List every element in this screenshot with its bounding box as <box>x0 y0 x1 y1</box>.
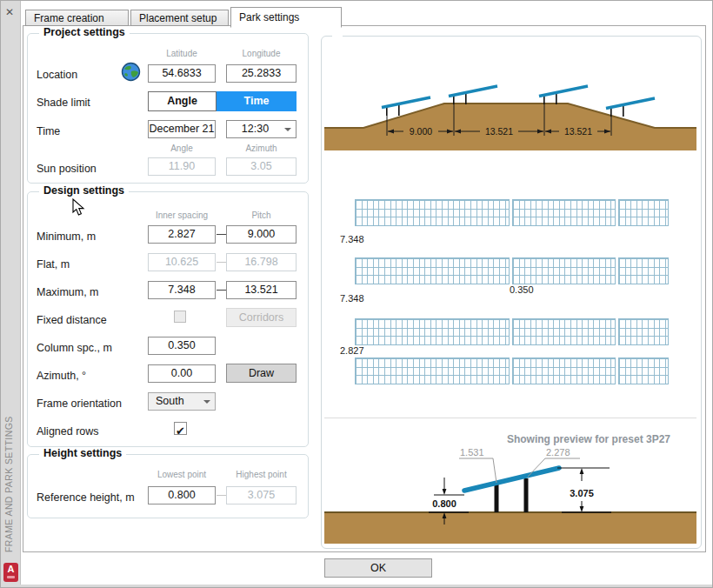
row-spacing-label: 7.348 <box>340 234 364 244</box>
aligned-rows-checkbox[interactable]: ✔ <box>174 422 187 435</box>
panel-grid-row <box>618 318 669 345</box>
terrain-dim-label: 9.000 <box>410 126 432 137</box>
azimuth-field[interactable]: 0.00 <box>148 364 216 383</box>
solar-panel-icon <box>449 86 497 104</box>
checkmark-icon: ✔ <box>176 424 185 438</box>
window-sidebar: ✕ FRAME AND PARK SETTINGS A <box>1 1 21 587</box>
field-connector <box>217 290 226 291</box>
project-settings-title: Project settings <box>39 26 130 38</box>
minimum-label: Minimum, m <box>37 231 96 243</box>
time-dropdown[interactable]: 12:30 <box>226 120 297 138</box>
aligned-rows-label: Aligned rows <box>37 425 99 438</box>
maximum-inner-field[interactable]: 7.348 <box>148 281 216 299</box>
chevron-down-icon <box>203 400 210 404</box>
column-spacing-label: Column spc., m <box>37 342 112 354</box>
highest-point-header: Highest point <box>226 470 297 479</box>
reference-height-label: Reference height, m <box>37 491 135 504</box>
app-logo: A <box>3 563 18 582</box>
shade-limit-time-button[interactable]: Time <box>217 91 297 111</box>
inner-spacing-header: Inner spacing <box>148 210 216 220</box>
close-icon[interactable]: ✕ <box>5 6 14 18</box>
sun-angle-header: Angle <box>148 144 216 153</box>
frame-side-view-diagram: 0.800 3.075 1.531 2.278 <box>323 427 698 545</box>
lowest-point-field[interactable]: 0.800 <box>148 486 216 504</box>
solar-panel-icon <box>539 86 588 104</box>
mouse-cursor <box>72 198 85 217</box>
panel-grid-row <box>355 318 510 345</box>
frame-orientation-dropdown[interactable]: South <box>148 392 216 411</box>
panel-grid-row <box>512 318 616 345</box>
column-spacing-field[interactable]: 0.350 <box>148 337 216 355</box>
panel-grid-row <box>512 357 616 384</box>
panel-grid-row <box>512 257 616 284</box>
frame-and-park-settings-window: ✕ FRAME AND PARK SETTINGS A Frame creati… <box>0 0 713 588</box>
ok-button[interactable]: OK <box>324 558 432 578</box>
time-label: Time <box>37 125 60 137</box>
tab-frame-creation[interactable]: Frame creation <box>25 10 129 26</box>
row-spacing-label: 7.348 <box>340 293 364 304</box>
field-connector <box>217 234 226 235</box>
panel-grid-row <box>618 199 669 226</box>
preview-divider <box>324 418 696 418</box>
panel-grid-row <box>618 357 669 384</box>
sun-azimuth-header: Azimuth <box>226 144 297 153</box>
solar-panel-icon <box>606 98 655 117</box>
fixed-distance-checkbox[interactable] <box>174 311 186 323</box>
sun-position-label: Sun position <box>37 163 97 175</box>
panel-grid-row <box>512 199 616 226</box>
shade-limit-label: Shade limit <box>37 97 90 109</box>
height-settings-group: Height settings Lowest point Highest poi… <box>27 454 309 518</box>
right-leg-label: 2.278 <box>546 447 570 458</box>
sun-azimuth-field: 3.05 <box>226 157 297 176</box>
app-logo-letter: A <box>3 563 18 576</box>
tab-placement-setup[interactable]: Placement setup <box>130 10 229 26</box>
sun-angle-field: 11.90 <box>148 157 216 176</box>
terrain-dim-label: 13.521 <box>485 126 513 137</box>
longitude-header: Longitude <box>226 49 297 58</box>
panel-grid-row <box>355 357 510 384</box>
longitude-field[interactable]: 25.2833 <box>226 64 297 83</box>
row-spacing-label: 2.827 <box>340 345 364 356</box>
highest-point-field: 3.075 <box>226 486 297 504</box>
latitude-field[interactable]: 54.6833 <box>148 64 216 83</box>
pitch-header: Pitch <box>226 210 297 220</box>
panel-grid-row <box>355 199 510 226</box>
tab-park-settings[interactable]: Park settings <box>230 7 342 28</box>
terrain-dim-label: 13.521 <box>564 126 592 137</box>
location-label: Location <box>37 69 77 81</box>
latitude-header: Latitude <box>148 49 216 58</box>
window-vertical-title: FRAME AND PARK SETTINGS <box>3 324 14 552</box>
azimuth-label: Azimuth, ° <box>37 370 86 382</box>
highest-height-label: 3.075 <box>570 488 594 498</box>
app-logo-bar <box>7 576 15 578</box>
panel-grid-row <box>618 257 669 284</box>
maximum-pitch-field[interactable]: 13.521 <box>226 281 297 299</box>
left-leg-label: 1.531 <box>460 447 484 458</box>
draw-button[interactable]: Draw <box>226 364 297 383</box>
minimum-pitch-field[interactable]: 9.000 <box>226 225 297 244</box>
panel-grid-row <box>355 257 510 284</box>
flat-inner-field: 10.625 <box>148 253 216 271</box>
column-spacing-value-label: 0.350 <box>510 284 534 295</box>
field-connector <box>217 495 226 496</box>
fixed-distance-label: Fixed distance <box>37 314 107 326</box>
flat-label: Flat, m <box>37 258 70 271</box>
lowest-point-header: Lowest point <box>148 470 216 479</box>
corridors-button: Corridors <box>226 308 297 327</box>
design-settings-group: Design settings Inner spacing Pitch Mini… <box>27 191 309 447</box>
shade-limit-angle-button[interactable]: Angle <box>148 91 217 111</box>
terrain-cross-section-diagram: 9.000 13.521 13.521 <box>323 46 698 154</box>
flat-pitch-field: 16.798 <box>226 253 297 271</box>
design-settings-title: Design settings <box>39 184 129 197</box>
globe-icon[interactable] <box>121 62 141 85</box>
chevron-down-icon <box>284 128 291 131</box>
minimum-inner-field[interactable]: 2.827 <box>148 225 216 244</box>
maximum-label: Maximum, m <box>37 286 99 298</box>
height-settings-title: Height settings <box>39 447 126 459</box>
frame-orientation-label: Frame orientation <box>37 398 122 410</box>
date-field[interactable]: December 21 <box>148 120 216 138</box>
window-bottom-strip <box>1 585 713 588</box>
field-connector <box>217 262 226 263</box>
project-settings-group: Project settings Latitude Longitude Loca… <box>27 33 309 184</box>
lowest-height-label: 0.800 <box>432 498 456 509</box>
